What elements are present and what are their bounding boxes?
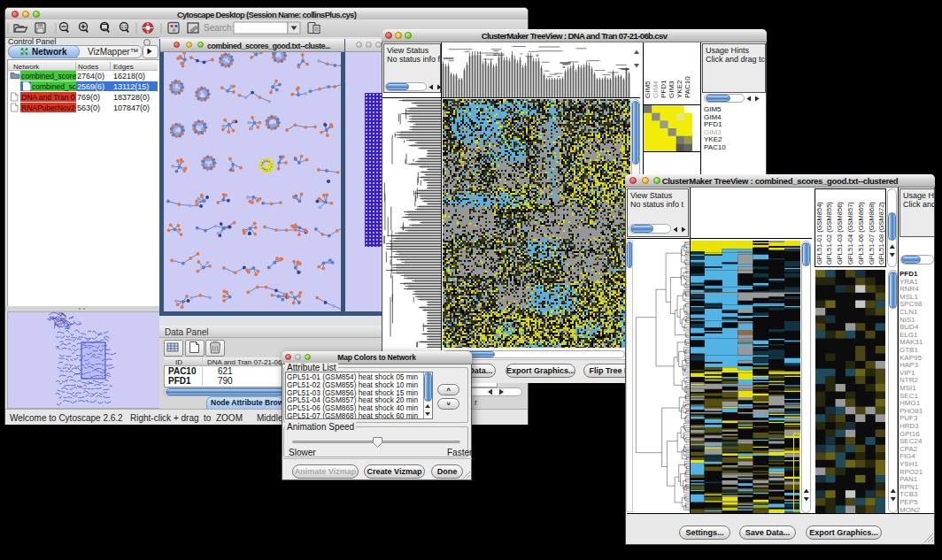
svg-text:GPL51-03 (GSM856): GPL51-03 (GSM856) [836, 202, 844, 265]
svg-text:GPL51-06 (GSM865): GPL51-06 (GSM865) [857, 202, 865, 265]
svg-text:Search:: Search: [204, 23, 234, 33]
svg-text:GPL51-04 (GSM857): GPL51-04 (GSM857) [846, 202, 854, 265]
svg-text:GPL51-01 (GSM854): GPL51-01 (GSM854) [815, 202, 823, 265]
svg-text:PAC10: PAC10 [683, 76, 691, 98]
svg-text:GPL51-02 (GSM855): GPL51-02 (GSM855) [825, 202, 833, 265]
svg-text:GIM5: GIM5 [644, 81, 652, 98]
svg-text:1:1: 1:1 [121, 25, 127, 29]
svg-text:GIM4: GIM4 [652, 81, 660, 98]
svg-text:GIM3: GIM3 [668, 81, 676, 98]
svg-text:GPL51-08 (GSM872): GPL51-08 (GSM872) [877, 202, 885, 265]
svg-text:GPL51-07 (GSM868): GPL51-07 (GSM868) [868, 202, 876, 265]
svg-text:YKE2: YKE2 [676, 80, 683, 98]
svg-text:PFD1: PFD1 [660, 80, 668, 98]
